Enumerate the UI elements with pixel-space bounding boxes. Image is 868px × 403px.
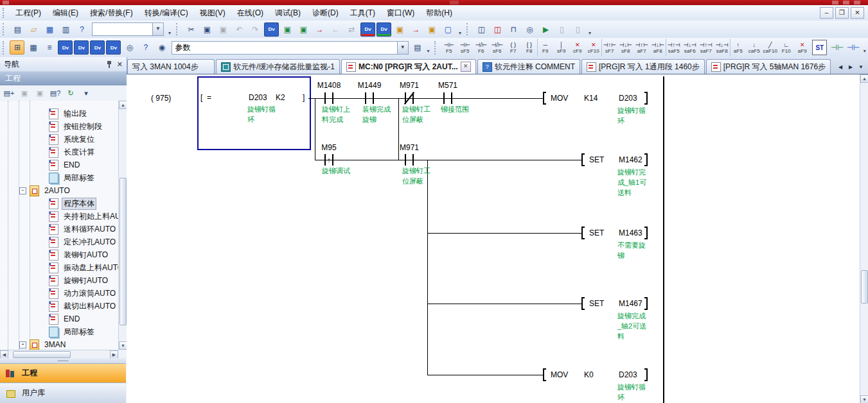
scroll-up-icon[interactable]: ▲ bbox=[860, 74, 868, 83]
tab-device-monitor[interactable]: 软元件/缓冲存储器批量监视-1 bbox=[216, 59, 340, 74]
print-preview-icon[interactable]: ▤ bbox=[411, 40, 425, 55]
delete-all-button[interactable]: ✕ aF9 bbox=[794, 39, 810, 56]
scroll-down-icon[interactable]: ▼ bbox=[860, 395, 868, 403]
tree-item[interactable]: 装铆钉AUTO bbox=[0, 248, 118, 261]
menu-item-edit[interactable]: 编辑(E) bbox=[47, 6, 84, 21]
navigation-toggle-icon[interactable]: ⊞ bbox=[10, 40, 24, 55]
undo-icon[interactable]: ↶ bbox=[232, 22, 247, 37]
read-from-plc-icon[interactable]: ← bbox=[328, 22, 343, 37]
menu-item-compile[interactable]: 转换/编译(C) bbox=[139, 6, 194, 21]
toolbar-overflow-icon[interactable]: ▾ bbox=[425, 40, 432, 55]
tab-scroll-right-icon[interactable]: ▶ bbox=[846, 62, 855, 72]
tab-prg-common[interactable]: [PRG]R 写入 1通用段 1460步 bbox=[581, 59, 705, 74]
refresh-icon[interactable]: ↻ bbox=[64, 87, 78, 100]
contact-pulse[interactable]: ↑ bbox=[323, 154, 335, 166]
paste-item-icon[interactable]: ▣ bbox=[33, 87, 47, 100]
pulse-monitor-icon[interactable]: ⊓ bbox=[506, 22, 521, 37]
instruction-op[interactable]: SET bbox=[589, 228, 604, 237]
window-restore-button[interactable]: ❒ bbox=[835, 7, 849, 19]
chevron-down-icon[interactable]: ▼ bbox=[152, 23, 163, 35]
menu-item-diagnostics[interactable]: 诊断(D) bbox=[306, 6, 344, 21]
tree-item-program-body[interactable]: 程序本体 bbox=[0, 197, 118, 210]
device-memory-icon[interactable]: Dv bbox=[74, 40, 89, 55]
falling-pulse-branch-button[interactable]: ⊣↓⊢ aF8 bbox=[650, 39, 666, 56]
comment-edit-icon[interactable]: ⊣⊢ bbox=[846, 40, 860, 55]
save-icon[interactable]: ▦ bbox=[42, 22, 57, 37]
toolbar-grip[interactable] bbox=[176, 23, 181, 35]
module-config-icon[interactable]: ▦ bbox=[26, 40, 40, 55]
device-memory-run-icon[interactable]: Dv bbox=[376, 22, 391, 37]
toolbar-grip[interactable] bbox=[466, 23, 471, 35]
tree-item[interactable]: 按钮控制段 bbox=[0, 120, 118, 133]
tree-item[interactable]: 定长冲孔AUTO bbox=[0, 236, 118, 248]
tree-item[interactable]: 裁切出料AUTO bbox=[0, 300, 118, 313]
coil-button[interactable]: ( ) F7 bbox=[505, 39, 521, 56]
tab-prg-3man[interactable]: 写入 3MAN 1004步 bbox=[127, 59, 215, 74]
new-file-icon[interactable]: ▤ bbox=[10, 22, 25, 37]
inline-st-edit-icon[interactable]: ⊣⊢ bbox=[829, 40, 844, 55]
open-project-icon[interactable]: ▱ bbox=[26, 22, 41, 37]
toolbar-grip[interactable] bbox=[434, 41, 438, 55]
monitor-write-mode-icon[interactable]: ◫ bbox=[490, 22, 505, 37]
open-contact-button[interactable]: ⊣⊢ F5 bbox=[441, 39, 457, 56]
tree-item[interactable]: 振动盘上料AUTO bbox=[0, 261, 118, 274]
chevron-down-icon[interactable]: ▼ bbox=[397, 42, 408, 54]
device-search-icon[interactable]: ◎ bbox=[122, 40, 137, 55]
instruction-operand[interactable]: D203 bbox=[619, 370, 637, 379]
menu-item-window[interactable]: 窗口(W) bbox=[381, 6, 420, 21]
tree-item[interactable]: 旋铆钉AUTO bbox=[0, 274, 118, 287]
scrollbar-thumb[interactable] bbox=[13, 351, 71, 358]
monitor-start-icon[interactable]: ◫ bbox=[474, 22, 489, 37]
scrollbar-thumb[interactable] bbox=[120, 178, 127, 325]
toolbar-overflow-icon[interactable]: ▾ bbox=[586, 22, 594, 37]
contact-no[interactable] bbox=[442, 92, 454, 104]
item-info-icon[interactable]: ▤? bbox=[48, 87, 62, 100]
horizontal-line-button[interactable]: ─ F9 bbox=[537, 39, 553, 56]
help2-icon[interactable]: ? bbox=[138, 40, 153, 55]
find-icon[interactable]: ◉ bbox=[154, 40, 169, 55]
menu-item-help[interactable]: 帮助(H) bbox=[420, 6, 458, 21]
cut-icon[interactable]: ✂ bbox=[184, 22, 199, 37]
falling-pulse-button[interactable]: ⊣↓⊢ sF8 bbox=[617, 39, 633, 56]
project-combo[interactable]: ▼ bbox=[92, 22, 164, 36]
tab-prg-5axis[interactable]: [PRG]R 写入 5轴MAN 1676步 bbox=[706, 59, 831, 74]
rising-pulse-button[interactable]: ⊣↑⊢ sF7 bbox=[601, 39, 617, 56]
tree-horizontal-scrollbar[interactable]: ◀ ▶ bbox=[0, 350, 118, 359]
toolbar-grip[interactable] bbox=[3, 23, 7, 35]
tab-scroll-left-icon[interactable]: ◀ bbox=[836, 62, 845, 72]
toolbar-overflow-icon[interactable]: ▾ bbox=[166, 22, 173, 37]
device-memory-stop-icon[interactable]: Dv bbox=[360, 22, 375, 37]
contact-no[interactable] bbox=[364, 92, 375, 104]
transfer-other-icon[interactable]: ▣ bbox=[425, 22, 439, 37]
closed-contact-button[interactable]: ⊣/⊢ F6 bbox=[473, 39, 489, 56]
tree-item[interactable]: END bbox=[0, 313, 118, 325]
copy-icon[interactable]: ▣ bbox=[200, 22, 215, 37]
tree-item[interactable]: 局部标签 bbox=[0, 171, 118, 184]
toolbar-overflow-icon[interactable]: ▾ bbox=[456, 22, 464, 37]
scrollbar-thumb[interactable] bbox=[861, 270, 868, 304]
compare-operator[interactable]: = bbox=[207, 93, 211, 102]
device-find-icon[interactable]: Dv bbox=[264, 22, 279, 37]
closed-branch-button[interactable]: ⊣/⊢ sF6 bbox=[489, 39, 505, 56]
st-editor-button[interactable]: ST bbox=[812, 40, 827, 55]
instruction-operand[interactable]: K14 bbox=[584, 94, 598, 103]
sort-icon[interactable]: ▾ bbox=[79, 87, 93, 100]
delete-rung-button[interactable]: ╱ caF10 bbox=[762, 39, 778, 56]
tree-expander[interactable]: − bbox=[19, 187, 26, 194]
entry-monitor-icon[interactable]: ▣ bbox=[296, 22, 311, 37]
screen-monitor-icon[interactable]: ▣ bbox=[280, 22, 295, 37]
toolbar-overflow-icon[interactable]: ▾ bbox=[861, 40, 868, 55]
redo-icon[interactable]: ↷ bbox=[248, 22, 263, 37]
application-instruction-button[interactable]: { } F8 bbox=[521, 39, 537, 56]
tab-close-icon[interactable]: ✕ bbox=[461, 62, 471, 72]
window-close-button[interactable]: ✕ bbox=[851, 7, 864, 19]
tree-expander[interactable]: + bbox=[19, 341, 26, 348]
find-device-icon[interactable]: ◎ bbox=[522, 22, 537, 37]
tree-item[interactable]: 输出段 bbox=[0, 107, 118, 120]
instruction-operand[interactable]: M1462 bbox=[619, 155, 642, 164]
instruction-op[interactable]: MOV bbox=[551, 94, 568, 103]
tree-item[interactable]: 夹持初始上料AUTO bbox=[0, 210, 118, 223]
instruction-op[interactable]: SET bbox=[589, 155, 604, 164]
line-draw-button[interactable]: ∟ F10 bbox=[778, 39, 794, 56]
logging-2-icon[interactable]: ▯ bbox=[571, 22, 585, 37]
